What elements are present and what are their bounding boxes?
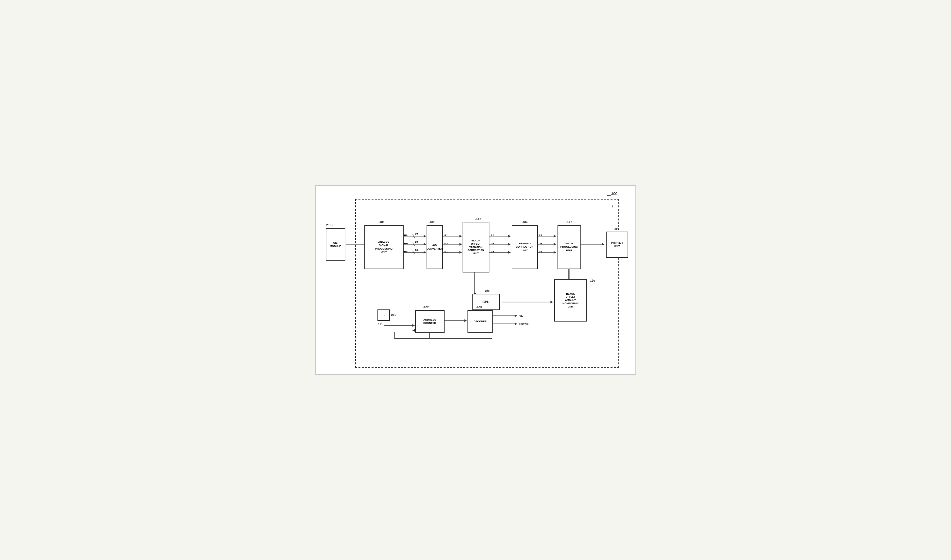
- ref-100-tick: —/: [607, 193, 611, 197]
- g2-label: G2: [491, 242, 494, 245]
- g1-label: G1: [445, 242, 448, 245]
- bits-10-b0: 10: [415, 249, 418, 252]
- analog-block: ANALOG SIGNAL PROCESSING UNIT: [364, 225, 404, 269]
- cis-module-block: CIS MODULE: [326, 228, 345, 261]
- r2-label: R2: [491, 234, 494, 237]
- b1-label: B1: [445, 250, 448, 253]
- bits-10-g0: 10: [415, 240, 418, 243]
- b3-label: B3: [539, 250, 542, 253]
- r1-label: R1: [445, 234, 448, 237]
- image-processing-block: IMAGE PROCESSING UNIT: [557, 225, 581, 269]
- black-offset-correction-block: BLACK OFFSET VARIATION CORRECTION UNIT: [463, 222, 489, 272]
- printer-block: PRINTER UNIT: [606, 232, 628, 258]
- decoder-block: DECODER: [468, 310, 493, 333]
- address-counter-block: ADDRESS COUNTER: [415, 310, 445, 333]
- adc-block: A/D CONVERTER: [426, 225, 443, 269]
- ref-100: 100: [611, 192, 617, 195]
- r3-label: R3: [539, 234, 542, 237]
- ref-202-tick: —/: [330, 223, 333, 227]
- r0-label: R0: [404, 234, 408, 237]
- hsync-label: HSYNC: [520, 323, 529, 325]
- ve-label: VE: [520, 314, 523, 317]
- ref-121: 121: [378, 323, 383, 326]
- g3-label: G3: [539, 242, 542, 245]
- diagram-container: 100 —/: [315, 185, 636, 375]
- clk-source-block: ⎵: [377, 309, 390, 321]
- clk-label: CLK: [391, 314, 397, 317]
- black-offset-monitor-block: BLACK OFFSET AMOUNT MONITORING UNIT: [554, 279, 587, 322]
- b2-label: B2: [491, 250, 494, 253]
- bits-10-r0: 10: [415, 232, 418, 235]
- b0-label: B0: [404, 250, 408, 253]
- shading-block: SHADING CORRECTION UNIT: [512, 225, 538, 269]
- g0-label: G0: [404, 242, 408, 245]
